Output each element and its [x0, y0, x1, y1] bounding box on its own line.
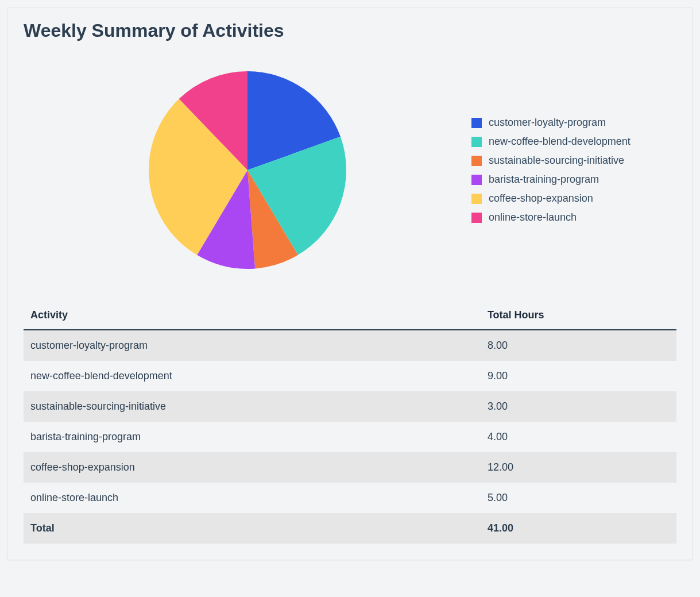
legend-label: barista-training-program	[489, 174, 599, 186]
table-row: new-coffee-blend-development9.00	[24, 361, 676, 391]
legend-label: coffee-shop-expansion	[489, 192, 593, 205]
summary-card: Weekly Summary of Activities customer-lo…	[7, 7, 693, 560]
total-label: Total	[24, 513, 481, 544]
cell-hours: 12.00	[481, 452, 676, 483]
legend-swatch	[471, 137, 482, 147]
cell-hours: 3.00	[481, 391, 676, 422]
chart-area: customer-loyalty-programnew-coffee-blend…	[24, 55, 676, 285]
legend-swatch	[471, 156, 482, 166]
cell-activity: sustainable-sourcing-initiative	[24, 391, 481, 422]
table-row: coffee-shop-expansion12.00	[24, 452, 676, 483]
cell-hours: 4.00	[481, 422, 676, 452]
legend-item[interactable]: sustainable-sourcing-initiative	[471, 155, 676, 167]
cell-activity: new-coffee-blend-development	[24, 361, 481, 391]
cell-activity: online-store-launch	[24, 483, 481, 513]
cell-activity: coffee-shop-expansion	[24, 452, 481, 483]
legend-swatch	[471, 118, 482, 128]
legend-swatch	[471, 213, 482, 223]
summary-table: Activity Total Hours customer-loyalty-pr…	[24, 301, 676, 544]
cell-activity: customer-loyalty-program	[24, 330, 481, 361]
table-row: online-store-launch5.00	[24, 483, 676, 513]
page-title: Weekly Summary of Activities	[24, 20, 676, 41]
cell-activity: barista-training-program	[24, 422, 481, 452]
legend-item[interactable]: online-store-launch	[471, 211, 676, 224]
legend-label: sustainable-sourcing-initiative	[489, 155, 624, 167]
table-row: customer-loyalty-program8.00	[24, 330, 676, 361]
total-value: 41.00	[481, 513, 676, 544]
table-header-row: Activity Total Hours	[24, 301, 676, 330]
legend-label: online-store-launch	[489, 211, 577, 224]
col-activity-header: Activity	[24, 301, 481, 330]
legend-item[interactable]: barista-training-program	[471, 174, 676, 186]
cell-hours: 8.00	[481, 330, 676, 361]
chart-legend: customer-loyalty-programnew-coffee-blend…	[471, 117, 676, 224]
legend-item[interactable]: new-coffee-blend-development	[471, 136, 676, 148]
legend-item[interactable]: coffee-shop-expansion	[471, 192, 676, 205]
cell-hours: 9.00	[481, 361, 676, 391]
table-total-row: Total41.00	[24, 513, 676, 544]
legend-swatch	[471, 175, 482, 185]
col-hours-header: Total Hours	[481, 301, 676, 330]
pie-chart	[147, 70, 348, 271]
legend-label: new-coffee-blend-development	[489, 136, 631, 148]
pie-chart-container	[24, 55, 471, 285]
legend-swatch	[471, 194, 482, 204]
table-row: barista-training-program4.00	[24, 422, 676, 452]
table-row: sustainable-sourcing-initiative3.00	[24, 391, 676, 422]
cell-hours: 5.00	[481, 483, 676, 513]
legend-label: customer-loyalty-program	[489, 117, 606, 129]
legend-item[interactable]: customer-loyalty-program	[471, 117, 676, 129]
